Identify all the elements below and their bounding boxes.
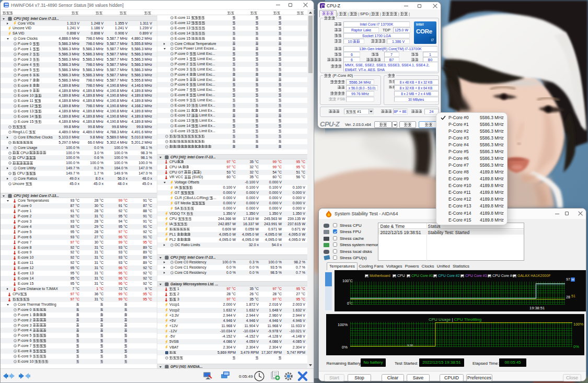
svg-text:0:05:49: 0:05:49 <box>239 374 253 379</box>
